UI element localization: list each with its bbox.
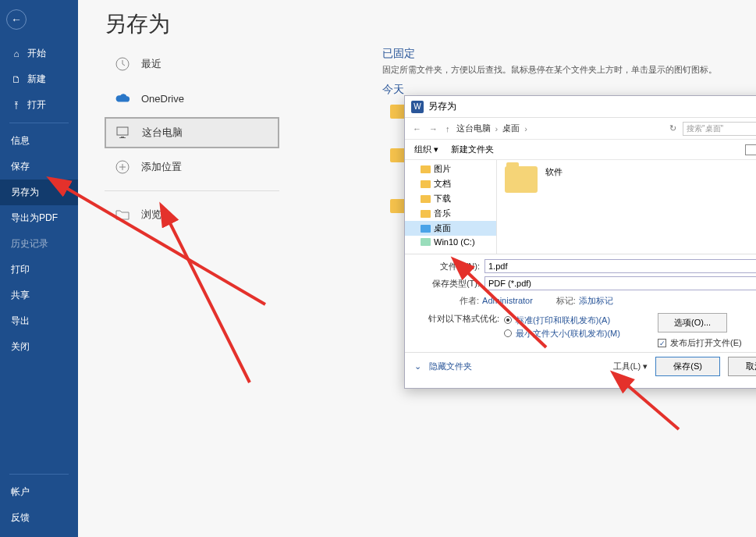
tag-key: 标记: [556,296,576,305]
breadcrumb[interactable]: 桌面 [502,123,520,134]
nav-account[interactable]: 帐户 [0,479,78,505]
cancel-button[interactable]: 取消 [728,357,756,376]
dialog-navbar: ← → ↑ 这台电脑 › 桌面 › ↻ 搜索"桌面"🔍 [405,118,756,140]
tree-item[interactable]: 下载 [405,191,496,206]
location-recent[interactable]: 最近 [105,48,279,80]
nav-label: 另存为 [11,186,39,199]
location-label: 添加位置 [141,160,182,174]
location-label: 这台电脑 [142,126,183,140]
tag-value[interactable]: 添加标记 [579,296,613,305]
location-addplace[interactable]: 添加位置 [105,151,279,183]
nav-label: 反馈 [11,511,30,525]
tree-item[interactable]: 文档 [405,176,496,191]
filename-label: 文件名(N): [413,261,484,272]
save-button[interactable]: 保存(S) [655,357,720,376]
svg-rect-2 [121,137,124,137]
openafter-checkbox[interactable]: ✓发布后打开文件(E) [658,337,756,349]
nav-feedback[interactable]: 反馈 [0,505,78,531]
organize-menu[interactable]: 组织 ▾ [414,144,438,155]
nav-label: 帐户 [11,485,30,499]
pinned-description: 固定所需文件夹，方便以后查找。鼠标悬停在某个文件夹上方时，单击显示的图钉图标。 [382,64,740,76]
location-thispc[interactable]: 这台电脑 [105,117,279,148]
nav-label: 导出为PDF [11,212,58,225]
location-browse[interactable]: 浏览 [105,199,279,230]
folder-icon [421,195,431,203]
folder-icon [421,180,431,188]
checkbox-icon: ✓ [658,339,666,347]
nav-label: 共享 [11,289,30,302]
author-value[interactable]: Administrator [482,296,533,305]
new-icon: 🗋 [11,74,22,85]
separator [9,474,69,475]
nav-back-icon[interactable]: ← [411,124,423,133]
file-list[interactable]: 软件 [497,160,756,254]
filename-input[interactable]: 1.pdf [484,259,756,273]
nav-print[interactable]: 打印 [0,257,78,283]
radio-label: 最小文件大小(联机发布)(M) [516,328,620,340]
nav-export[interactable]: 导出 [0,308,78,334]
radio-label: 标准(打印和联机发布)(A) [516,315,610,326]
dialog-toolbar: 组织 ▾ 新建文件夹 ? [405,140,756,160]
tree-item[interactable]: 音乐 [405,206,496,221]
location-label: 最近 [141,57,161,71]
location-onedrive[interactable]: OneDrive [105,83,279,114]
add-place-icon [115,159,130,175]
tree-label: 文档 [434,178,451,190]
nav-info[interactable]: 信息 [0,128,78,154]
search-placeholder: 搜索"桌面" [687,123,723,134]
tree-label: Win10 (C:) [434,237,475,247]
back-button[interactable]: ← [6,9,27,30]
optimize-standard-radio[interactable]: 标准(打印和联机发布)(A) [504,315,620,326]
tree-item[interactable]: 图片 [405,162,496,176]
today-heading: 今天 [382,83,404,97]
new-folder-button[interactable]: 新建文件夹 [451,144,494,155]
nav-open[interactable]: ⭱打开 [0,92,78,118]
nav-label: 导出 [11,315,30,328]
open-icon: ⭱ [11,100,22,111]
today-section: 今天 [382,83,404,97]
refresh-icon[interactable]: ↻ [668,123,678,133]
checkbox-label: 发布后打开文件(E) [670,337,742,349]
view-options-icon[interactable] [745,144,756,155]
author-key: 作者: [460,296,479,305]
hide-folders-link[interactable]: 隐藏文件夹 [429,361,472,372]
nav-saveas[interactable]: 另存为 [0,180,78,205]
separator [105,190,279,191]
backstage-sidebar: ← ⌂开始 🗋新建 ⭱打开 信息 保存 另存为 导出为PDF 历史记录 打印 共… [0,0,78,537]
filetype-dropdown[interactable]: PDF (*.pdf) [484,276,756,290]
nav-fwd-icon[interactable]: → [428,124,439,133]
tree-item-desktop[interactable]: 桌面 [405,221,496,236]
location-label: 浏览 [141,208,161,222]
tools-menu[interactable]: 工具(L) ▾ [613,361,648,372]
collapse-icon[interactable]: ⌄ [414,361,421,372]
pinned-heading: 已固定 [382,47,740,61]
nav-label: 信息 [11,134,30,148]
folder-icon [421,210,431,218]
nav-home[interactable]: ⌂开始 [0,41,78,66]
tree-label: 音乐 [434,208,451,219]
svg-rect-3 [119,137,126,138]
dialog-body: 图片 文档 下载 音乐 桌面 Win10 (C:) 软件 [405,160,756,254]
nav-close[interactable]: 关闭 [0,334,78,360]
tree-label: 图片 [434,163,451,175]
dialog-title: 另存为 [428,100,456,113]
nav-share[interactable]: 共享 [0,283,78,308]
nav-save[interactable]: 保存 [0,154,78,180]
folder-tree: 图片 文档 下载 音乐 桌面 Win10 (C:) [405,160,497,254]
breadcrumb[interactable]: 这台电脑 [456,123,491,134]
dialog-fields: 文件名(N): 1.pdf 保存类型(T): PDF (*.pdf) 作者:Ad… [405,254,756,352]
cloud-icon [115,91,130,106]
nav-up-icon[interactable]: ↑ [444,124,452,133]
nav-new[interactable]: 🗋新建 [0,66,78,92]
search-input[interactable]: 搜索"桌面"🔍 [683,122,756,136]
radio-icon [504,329,512,337]
nav-exportpdf[interactable]: 导出为PDF [0,205,78,231]
home-icon: ⌂ [11,48,22,59]
dialog-titlebar: W 另存为 ✕ [405,96,756,118]
folder-icon[interactable] [505,166,538,193]
nav-history[interactable]: 历史记录 [0,231,78,257]
options-button[interactable]: 选项(O)... [658,313,727,333]
tree-item-drive[interactable]: Win10 (C:) [405,236,496,248]
optimize-min-radio[interactable]: 最小文件大小(联机发布)(M) [504,328,620,340]
nav-label: 开始 [27,47,46,60]
